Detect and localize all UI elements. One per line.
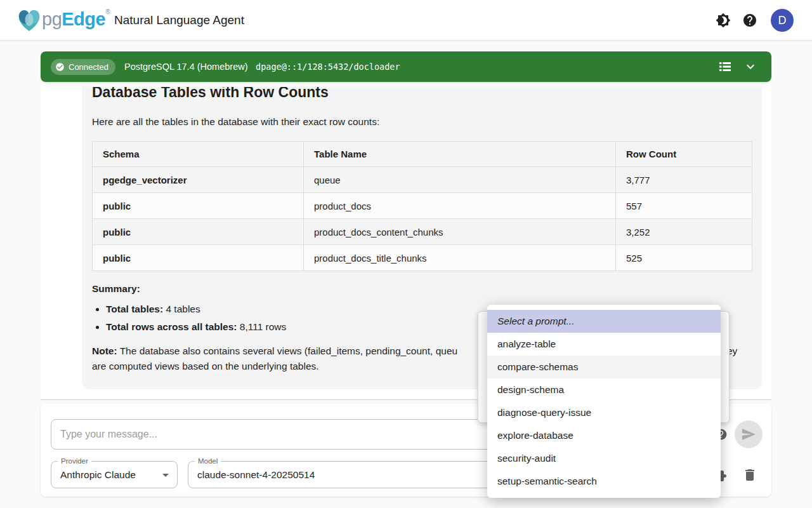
table-cell: product_docs_title_chunks — [304, 245, 616, 271]
chevron-down-icon[interactable] — [743, 59, 758, 74]
connection-status-label: Connected — [69, 62, 108, 72]
list-item: Total tables: 4 tables — [106, 303, 286, 316]
table-row: publicproduct_docs_content_chunks3,252 — [93, 219, 752, 245]
connection-status-badge: Connected — [51, 59, 115, 75]
app-header: pgEdge® Natural Language Agent D — [0, 0, 812, 41]
summary-list: Total tables: 4 tables Total rows across… — [92, 303, 286, 338]
provider-select[interactable]: Provider Anthropic Claude — [51, 461, 178, 488]
connection-bar: Connected PostgreSQL 17.4 (Homebrew) dpa… — [41, 51, 771, 82]
summary-heading: Summary: — [92, 283, 140, 295]
trash-icon[interactable] — [742, 467, 757, 483]
table-cell: 3,777 — [616, 167, 752, 193]
table-column-header: Schema — [93, 142, 304, 167]
dark-mode-toggle-icon[interactable] — [716, 13, 731, 28]
message-heading: Database Tables with Row Counts — [92, 87, 329, 102]
prompt-menu-item[interactable]: Select a prompt... — [487, 310, 721, 333]
table-cell: 3,252 — [616, 219, 752, 245]
prompt-menu-item[interactable]: compare-schemas — [487, 356, 721, 378]
note-text-line2: are computed views based on the underlyi… — [92, 359, 319, 373]
table-cell: public — [93, 193, 304, 219]
results-table-body: pgedge_vectorizerqueue3,777publicproduct… — [93, 167, 752, 271]
table-cell: product_docs_content_chunks — [304, 219, 616, 245]
prompt-menu-item[interactable]: security-audit — [487, 447, 721, 470]
server-version-label: PostgreSQL 17.4 (Homebrew) — [124, 51, 248, 82]
table-row: publicproduct_docs_title_chunks525 — [93, 245, 752, 271]
connection-string: dpage@::1/128:5432/docloader — [256, 51, 400, 82]
prompt-menu-item[interactable]: design-schema — [487, 378, 721, 401]
connection-list-icon[interactable] — [717, 59, 733, 74]
list-item: Total rows across all tables: 8,111 rows — [106, 321, 286, 333]
page-title: Natural Language Agent — [114, 0, 244, 41]
table-column-header: Table Name — [304, 142, 616, 167]
prompt-menu-item[interactable]: diagnose-query-issue — [487, 401, 721, 424]
row-counts-table: SchemaTable NameRow Count pgedge_vectori… — [92, 141, 752, 271]
table-cell: queue — [304, 167, 616, 193]
table-cell: 557 — [616, 193, 752, 219]
pgedge-logo-icon — [15, 8, 43, 33]
model-value: claude-sonnet-4-20250514 — [197, 462, 315, 488]
user-avatar[interactable]: D — [771, 9, 794, 32]
table-cell: 525 — [616, 245, 752, 271]
help-icon[interactable] — [742, 13, 757, 28]
send-button[interactable] — [735, 420, 763, 448]
send-icon — [741, 427, 756, 442]
table-cell: product_docs — [304, 193, 616, 219]
note-text-line1: Note: The database also contains several… — [92, 344, 457, 358]
message-intro: Here are all the tables in the database … — [92, 116, 379, 128]
table-cell: public — [93, 245, 304, 271]
brand-wordmark: pgEdge® — [42, 8, 110, 30]
table-header-row: SchemaTable NameRow Count — [93, 142, 752, 167]
prompt-menu-item[interactable]: analyze-table — [487, 333, 721, 356]
prompt-menu: Select a prompt...analyze-tablecompare-s… — [487, 305, 721, 498]
table-cell: public — [93, 219, 304, 245]
check-circle-icon — [55, 62, 65, 72]
provider-value: Anthropic Claude — [60, 462, 136, 488]
table-column-header: Row Count — [616, 142, 752, 167]
app-window: pgEdge® Natural Language Agent D Connect… — [0, 0, 812, 508]
table-row: publicproduct_docs557 — [93, 193, 752, 219]
table-cell: pgedge_vectorizer — [93, 167, 304, 193]
prompt-menu-item[interactable]: setup-semantic-search — [487, 470, 721, 493]
dropdown-arrow-icon — [158, 467, 173, 483]
prompt-menu-item[interactable]: explore-database — [487, 424, 721, 447]
table-row: pgedge_vectorizerqueue3,777 — [93, 167, 752, 193]
